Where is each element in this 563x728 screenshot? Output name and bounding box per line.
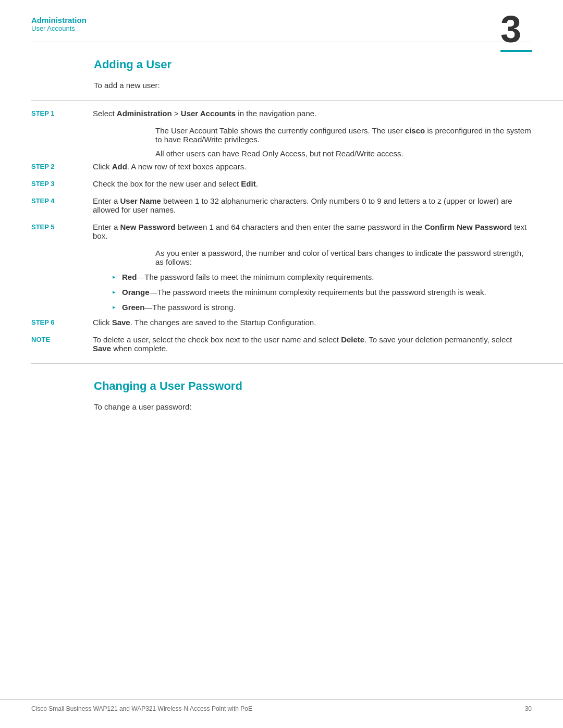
footer-text: Cisco Small Business WAP121 and WAP321 W… xyxy=(31,705,252,712)
page-wrapper: 3 Administration User Accounts Adding a … xyxy=(0,0,563,728)
step-2-content: Click Add. A new row of text boxes appea… xyxy=(93,162,532,171)
step-6-content: Click Save. The changes are saved to the… xyxy=(93,318,532,327)
step-1-extra2: All other users can have Read Only Acces… xyxy=(155,149,532,158)
main-content: Adding a User To add a new user: STEP 1 … xyxy=(0,42,563,453)
changing-password-intro: To change a user password: xyxy=(94,402,532,411)
adding-user-section: Adding a User To add a new user: STEP 1 … xyxy=(94,58,532,353)
step-3-label: STEP 3 xyxy=(31,179,89,188)
note-label: NOTE xyxy=(31,335,89,343)
step-4-content: Enter a User Name between 1 to 32 alphan… xyxy=(93,196,532,214)
step-1-extra1: The User Account Table shows the current… xyxy=(155,126,532,144)
step-5-row: STEP 5 Enter a New Password between 1 an… xyxy=(94,223,532,240)
step-2-label: STEP 2 xyxy=(31,162,89,170)
bullet-list: Red—The password fails to meet the minim… xyxy=(115,273,532,312)
step-1-bold2: User Accounts xyxy=(181,109,236,118)
bullet-orange: Orange—The password meets the minimum co… xyxy=(115,288,532,297)
section-bottom-divider xyxy=(31,363,563,364)
step-4-row: STEP 4 Enter a User Name between 1 to 32… xyxy=(94,196,532,214)
changing-password-section: Changing a User Password To change a use… xyxy=(94,379,532,411)
step-5-label: STEP 5 xyxy=(31,223,89,231)
adding-user-intro: To add a new user: xyxy=(94,81,532,90)
note-row: NOTE To delete a user, select the check … xyxy=(94,335,532,353)
bullet-green: Green—The password is strong. xyxy=(115,303,532,312)
step-2-row: STEP 2 Click Add. A new row of text boxe… xyxy=(94,162,532,171)
steps-container: STEP 1 Select Administration > User Acco… xyxy=(94,100,532,353)
header: 3 Administration User Accounts xyxy=(0,0,563,32)
step-6-label: STEP 6 xyxy=(31,318,89,326)
step-4-label: STEP 4 xyxy=(31,196,89,205)
step-5-extra: As you enter a password, the number and … xyxy=(155,249,532,266)
step-6-row: STEP 6 Click Save. The changes are saved… xyxy=(94,318,532,327)
adding-user-title: Adding a User xyxy=(94,58,532,71)
step-1-bold1: Administration xyxy=(117,109,172,118)
step-1-label: STEP 1 xyxy=(31,109,89,117)
changing-password-title: Changing a User Password xyxy=(94,379,532,393)
step-3-row: STEP 3 Check the box for the new user an… xyxy=(94,179,532,188)
bullet-red: Red—The password fails to meet the minim… xyxy=(115,273,532,281)
step-1-content: Select Administration > User Accounts in… xyxy=(93,109,532,118)
footer-page: 30 xyxy=(525,705,532,712)
chapter-number: 3 xyxy=(500,10,532,52)
step-1-row: STEP 1 Select Administration > User Acco… xyxy=(94,109,532,118)
step-divider-top xyxy=(31,100,563,101)
step-3-content: Check the box for the new user and selec… xyxy=(93,179,532,188)
note-content: To delete a user, select the check box n… xyxy=(93,335,532,353)
breadcrumb-sub: User Accounts xyxy=(31,24,532,32)
breadcrumb-admin: Administration xyxy=(31,16,532,24)
footer: Cisco Small Business WAP121 and WAP321 W… xyxy=(0,699,563,712)
step-5-content: Enter a New Password between 1 and 64 ch… xyxy=(93,223,532,240)
